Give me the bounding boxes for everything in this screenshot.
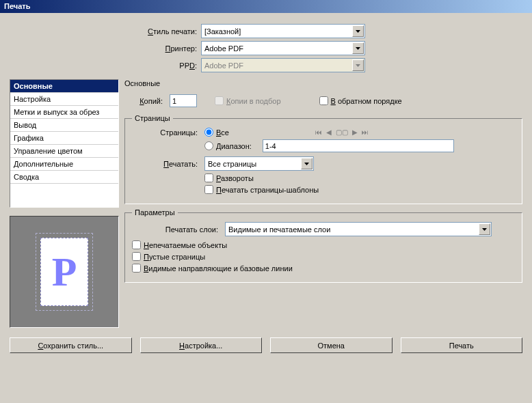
nav-item-general[interactable]: Основные — [10, 80, 118, 93]
guides-checkbox[interactable]: Видимые направляющие и базовые линии — [132, 264, 293, 273]
dropdown-arrow-icon[interactable] — [301, 158, 312, 169]
page-preview: P — [10, 216, 119, 328]
collate-label: Копии в подбор — [226, 97, 281, 105]
preview-letter: P — [52, 249, 77, 296]
dropdown-arrow-icon — [352, 59, 364, 71]
blank-pages-checkbox[interactable]: Пустые страницы — [132, 252, 205, 261]
options-legend: Параметры — [132, 208, 178, 217]
save-style-button[interactable]: Сохранить стиль... — [10, 337, 132, 353]
pages-label: Страницы: — [132, 128, 200, 137]
pages-all-radio[interactable]: Все — [204, 128, 229, 137]
top-settings: Стиль печати: [Заказной] Принтер: Adobe … — [10, 24, 522, 72]
blank-pages-label: Пустые страницы — [144, 253, 205, 261]
layers-value: Видимые и печатаемые слои — [226, 225, 478, 234]
pages-range-input[interactable] — [263, 139, 454, 152]
print-what-label: Печатать: — [132, 160, 200, 168]
first-page-icon[interactable]: ⏮ — [315, 128, 322, 136]
master-pages-checkbox[interactable]: Печатать страницы-шаблоны — [204, 185, 319, 194]
nav-item-advanced[interactable]: Дополнительные — [10, 158, 118, 171]
layers-dropdown[interactable]: Видимые и печатаемые слои — [225, 222, 492, 236]
guides-label: Видимые направляющие и базовые линии — [144, 264, 293, 273]
dropdown-arrow-icon[interactable] — [352, 42, 364, 54]
pages-all-label: Все — [216, 128, 229, 137]
print-what-dropdown[interactable]: Все страницы — [204, 156, 314, 171]
printer-dropdown[interactable]: Adobe PDF — [201, 41, 365, 55]
settings-button[interactable]: Настройка... — [140, 337, 263, 353]
print-what-value: Все страницы — [205, 160, 300, 168]
printer-label: Принтер: — [10, 44, 201, 53]
nav-item-graphics[interactable]: Графика — [10, 132, 118, 145]
nav-item-summary[interactable]: Сводка — [10, 171, 118, 184]
layers-label: Печатать слои: — [132, 225, 221, 234]
print-style-dropdown[interactable]: [Заказной] — [201, 24, 365, 38]
collate-checkbox: Копии в подбор — [215, 96, 281, 105]
section-title: Основные — [124, 79, 522, 87]
master-pages-label: Печатать страницы-шаблоны — [216, 186, 319, 194]
nav-item-output[interactable]: Вывод — [10, 119, 118, 132]
spreads-checkbox[interactable]: Развороты — [204, 173, 254, 182]
ppd-dropdown: Adobe PDF — [201, 58, 365, 72]
printer-value: Adobe PDF — [202, 44, 351, 53]
window-title: Печать — [4, 2, 30, 10]
spreads-label: Развороты — [216, 174, 254, 182]
nav-item-marks[interactable]: Метки и выпуск за обрез — [10, 106, 118, 119]
preview-page: P — [40, 238, 88, 306]
pages-range-radio[interactable]: Диапазон: — [204, 141, 252, 150]
next-page-icon[interactable]: ▶ — [352, 128, 358, 136]
ppd-label: PPD: — [10, 61, 201, 70]
ppd-value: Adobe PDF — [202, 61, 351, 70]
copies-label: Копий: — [124, 97, 165, 105]
nav-item-setup[interactable]: Настройка — [10, 93, 118, 106]
dropdown-arrow-icon[interactable] — [352, 25, 364, 37]
pages-range-label: Диапазон: — [216, 142, 252, 150]
nonprinting-checkbox[interactable]: Непечатаемые объекты — [132, 240, 227, 249]
print-style-value: [Заказной] — [202, 27, 351, 36]
spread-icon[interactable]: ▢▢ — [336, 128, 348, 136]
page-nav-icons: ⏮ ◀ ▢▢ ▶ ⏭ — [315, 128, 369, 136]
window-titlebar: Печать — [0, 0, 532, 13]
cancel-button[interactable]: Отмена — [270, 337, 393, 353]
print-button[interactable]: Печать — [401, 337, 523, 353]
pages-legend: Страницы — [132, 114, 173, 122]
reverse-label: В обратном порядке — [331, 97, 402, 105]
nonprinting-label: Непечатаемые объекты — [144, 241, 227, 249]
prev-page-icon[interactable]: ◀ — [326, 128, 332, 136]
dropdown-arrow-icon[interactable] — [479, 223, 490, 235]
options-fieldset: Параметры Печатать слои: Видимые и печат… — [124, 208, 522, 283]
last-page-icon[interactable]: ⏭ — [362, 128, 369, 136]
copies-input[interactable] — [170, 94, 197, 107]
pages-fieldset: Страницы Страницы: Все ⏮ ◀ ▢▢ ▶ ⏭ — [124, 114, 522, 204]
print-style-label: Стиль печати: — [10, 27, 201, 36]
reverse-checkbox[interactable]: В обратном порядке — [319, 96, 402, 105]
dialog-footer: Сохранить стиль... Настройка... Отмена П… — [0, 332, 532, 361]
nav-item-color[interactable]: Управление цветом — [10, 145, 118, 158]
category-list: Основные Настройка Метки и выпуск за обр… — [10, 79, 119, 208]
